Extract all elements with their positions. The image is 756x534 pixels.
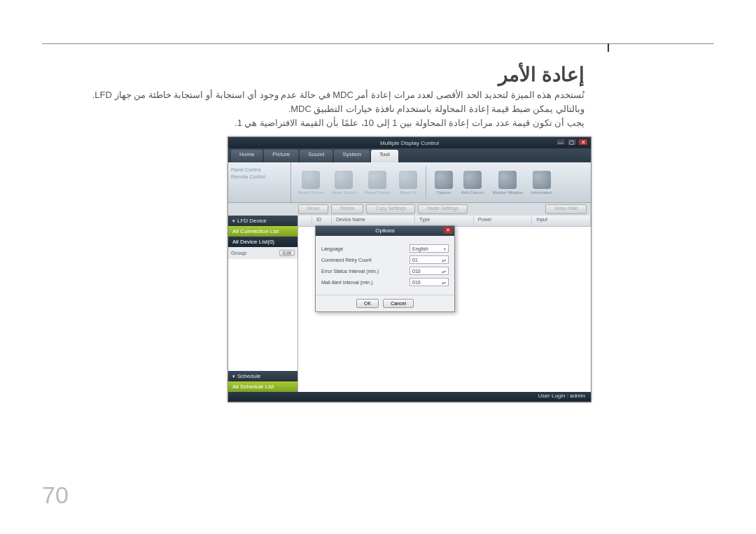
paragraph-3: يجب أن تكون قيمة عدد مرات إعادة المحاولة…	[234, 118, 584, 128]
filter-bar: Move Delete Copy Settings Paste Settings…	[228, 203, 591, 216]
options-dialog: Options ✕ Language English▾ Command Retr…	[315, 225, 455, 312]
options-button[interactable]: Options	[432, 169, 456, 196]
video-wall-button[interactable]: Video Wall	[545, 204, 587, 214]
spinner-icon: ▴▾	[442, 269, 446, 274]
sidebar: ▾LFD Device All Connection List All Devi…	[228, 216, 298, 392]
mdc-app-window: Multiple Display Control — ▢ ✕ Home Pict…	[227, 136, 592, 402]
main-tabs: Home Picture Sound System Tool	[228, 148, 591, 162]
info-icon	[533, 171, 551, 189]
chevron-down-icon: ▾	[444, 246, 446, 251]
columns-icon	[463, 171, 482, 189]
reset-sound-button[interactable]: Reset Sound	[329, 169, 359, 196]
all-connection-list[interactable]: All Connection List	[228, 226, 298, 237]
cancel-button[interactable]: Cancel	[383, 299, 414, 308]
toolbar-sep	[426, 167, 426, 199]
maximize-icon[interactable]: ▢	[567, 139, 577, 146]
chevron-down-icon: ▾	[232, 374, 235, 379]
mail-interval-input[interactable]: 010▴▾	[410, 278, 449, 286]
gear-icon	[399, 171, 417, 189]
page-number: 70	[42, 482, 69, 509]
col-power: Power	[474, 216, 533, 226]
app-title: Multiple Display Control	[380, 140, 439, 146]
all-schedule-list[interactable]: All Schedule List	[228, 381, 298, 392]
options-icon	[435, 171, 453, 189]
retry-count-label: Command Retry Count	[321, 258, 372, 262]
monitor-icon	[498, 171, 517, 189]
all-device-list[interactable]: All Device List(0)	[228, 237, 298, 247]
toolbar: Panel Control Remote Control Reset Pictu…	[228, 162, 591, 203]
lfd-device-header[interactable]: ▾LFD Device	[228, 216, 298, 226]
paste-settings-button[interactable]: Paste Settings	[418, 204, 468, 214]
group-label: Group	[231, 250, 246, 256]
remote-control-label: Remote Control	[231, 174, 288, 179]
status-bar: User Login : admin	[228, 392, 591, 402]
spinner-icon: ▴▾	[442, 280, 446, 285]
page-heading: إعادة الأمر	[498, 63, 584, 86]
col-type: Type	[415, 216, 474, 226]
gear-icon	[302, 171, 320, 189]
gear-icon	[335, 171, 353, 189]
tab-system[interactable]: System	[334, 150, 370, 162]
error-interval-label: Error Status Interval (min.)	[321, 269, 379, 274]
chevron-down-icon: ▾	[232, 218, 235, 223]
col-check	[298, 216, 312, 226]
toolbar-left-panel: Panel Control Remote Control	[228, 162, 291, 202]
information-button[interactable]: Information	[528, 169, 555, 196]
edit-column-button[interactable]: Edit Column	[458, 169, 487, 196]
col-device-name: Device Name	[332, 216, 415, 226]
close-icon[interactable]: ✕	[578, 139, 588, 146]
paragraph-2: وبالتالي يمكن ضبط قيمة إعادة المحاولة با…	[288, 104, 584, 114]
paragraph-1: تُستخدم هذه الميزة لتحديد الحد الأقصى لع…	[92, 90, 584, 100]
edit-group-button[interactable]: Edit	[279, 250, 295, 256]
col-id: ID	[312, 216, 332, 226]
dialog-close-icon[interactable]: ✕	[444, 227, 452, 234]
reset-picture-button[interactable]: Reset Picture	[295, 169, 326, 196]
tab-tool[interactable]: Tool	[371, 150, 398, 162]
mail-interval-label: Mail Alert Interval (min.)	[321, 280, 373, 285]
ok-button[interactable]: OK	[356, 299, 379, 308]
content-area: ID Device Name Type Power Input Options …	[298, 216, 591, 392]
reset-system-button[interactable]: Reset System	[362, 169, 393, 196]
language-select[interactable]: English▾	[410, 244, 449, 253]
tab-sound[interactable]: Sound	[300, 150, 332, 162]
schedule-header[interactable]: ▾Schedule	[228, 371, 298, 381]
tab-home[interactable]: Home	[231, 150, 262, 162]
gear-icon	[368, 171, 386, 189]
language-label: Language	[321, 246, 343, 251]
monitor-window-button[interactable]: Monitor Window	[490, 169, 526, 196]
copy-settings-button[interactable]: Copy Settings	[366, 204, 415, 214]
dialog-title: Options ✕	[316, 226, 454, 236]
delete-button[interactable]: Delete	[331, 204, 363, 214]
spinner-icon: ▴▾	[442, 258, 446, 262]
titlebar: Multiple Display Control — ▢ ✕	[228, 137, 591, 148]
move-button[interactable]: Move	[298, 204, 328, 214]
vertical-tick	[608, 43, 609, 52]
panel-control-label: Panel Control	[231, 167, 288, 172]
tab-picture[interactable]: Picture	[264, 150, 298, 162]
horizontal-rule	[42, 43, 714, 44]
reset-all-button[interactable]: Reset All	[396, 169, 420, 196]
col-input: Input	[532, 216, 591, 226]
retry-count-input[interactable]: 01▴▾	[410, 255, 449, 264]
minimize-icon[interactable]: —	[556, 139, 566, 146]
error-interval-input[interactable]: 010▴▾	[410, 267, 449, 275]
